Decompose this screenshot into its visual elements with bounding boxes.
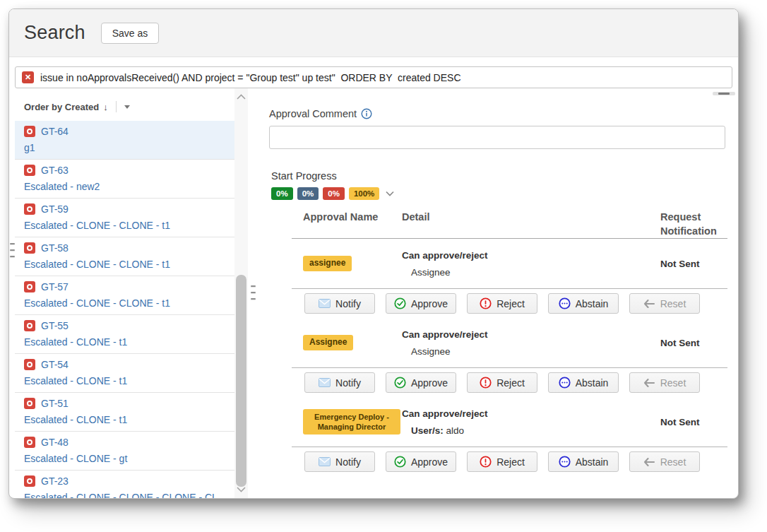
issue-list-item[interactable]: GT-63 Escalated - new2	[15, 160, 234, 199]
notify-button[interactable]: Notify	[304, 451, 375, 472]
approval-actions-row: Notify Approve Reject Abstain Reset	[292, 289, 727, 318]
issue-key: GT-59	[41, 203, 69, 215]
approval-actions-row: Notify Approve Reject Abstain Reset	[292, 447, 727, 476]
issue-list-item[interactable]: GT-55 Escalated - CLONE - t1	[15, 315, 234, 354]
sidebar-scrollbar[interactable]	[234, 88, 248, 498]
panel-scroll-indicator[interactable]	[713, 92, 735, 95]
approval-comment-input[interactable]	[269, 126, 725, 149]
table-header-row: Approval Name Detail Request Notificatio…	[292, 210, 727, 239]
progress-badge-red: 0%	[323, 187, 345, 200]
scroll-up-icon[interactable]	[237, 94, 246, 100]
order-by-control[interactable]: Order by Created ↓	[15, 88, 234, 121]
issue-list-item[interactable]: GT-51 Escalated - CLONE - t1	[15, 393, 234, 432]
approve-button[interactable]: Approve	[386, 372, 456, 393]
notification-status: Not Sent	[656, 338, 727, 348]
issue-key: GT-51	[41, 398, 69, 409]
abstain-button[interactable]: Abstain	[548, 293, 619, 314]
issue-key: GT-23	[41, 475, 69, 487]
divider	[116, 101, 117, 112]
issue-type-bug-icon	[24, 320, 35, 331]
abstain-button[interactable]: Abstain	[548, 451, 619, 472]
detail-value: aldo	[446, 425, 465, 436]
reject-button[interactable]: Reject	[467, 451, 537, 472]
issue-list-item[interactable]: GT-23 Escalated - CLONE - CLONE - CLONE …	[15, 471, 234, 498]
approve-button[interactable]: Approve	[386, 293, 456, 314]
issue-key: GT-48	[41, 437, 69, 448]
notify-button[interactable]: Notify	[304, 372, 375, 393]
detail-value: Assignee	[411, 267, 451, 278]
issue-list-item[interactable]: GT-64 g1	[15, 121, 234, 160]
issue-list-panel: Order by Created ↓ GT-64 g1 GT-63 Escala…	[15, 88, 234, 498]
info-icon[interactable]	[361, 108, 372, 119]
issue-type-bug-icon	[24, 475, 35, 487]
notification-status: Not Sent	[656, 259, 727, 269]
page-title: Search	[24, 22, 85, 44]
issue-type-bug-icon	[24, 359, 35, 370]
detail-value: Assignee	[411, 346, 451, 357]
issue-list-item[interactable]: GT-48 Escalated - CLONE - gt	[15, 432, 234, 471]
issue-summary: Escalated - CLONE - CLONE - CLONE - CL..…	[24, 492, 227, 498]
issue-key: GT-55	[41, 320, 69, 331]
reset-button: Reset	[629, 372, 700, 393]
approval-row: assignee Can approve/reject Assignee Not…	[292, 239, 727, 288]
issue-list-item[interactable]: GT-58 Escalated - CLONE - CLONE - t1	[15, 237, 234, 276]
scrollbar-thumb[interactable]	[236, 275, 246, 487]
scroll-down-icon[interactable]	[237, 487, 246, 492]
issue-summary: Escalated - CLONE - gt	[24, 453, 227, 464]
reject-button[interactable]: Reject	[467, 293, 537, 314]
issue-type-bug-icon	[24, 242, 35, 254]
issue-list-item[interactable]: GT-54 Escalated - CLONE - t1	[15, 354, 234, 393]
approvals-table: Approval Name Detail Request Notificatio…	[292, 210, 727, 476]
issue-type-bug-icon	[24, 281, 35, 292]
approval-row: Assignee Can approve/reject Assignee Not…	[292, 318, 727, 367]
detail-title: Can approve/reject	[402, 329, 656, 340]
issue-key: GT-54	[41, 359, 69, 370]
issue-type-bug-icon	[24, 203, 35, 215]
progress-summary: 0% 0% 0% 100%	[271, 187, 394, 200]
chevron-down-icon[interactable]	[124, 105, 130, 109]
issue-key: GT-58	[41, 242, 69, 254]
issue-key: GT-57	[41, 281, 69, 292]
col-request-notification: Request Notification	[656, 210, 727, 238]
approval-name-badge: assignee	[303, 256, 352, 271]
issue-summary: Escalated - CLONE - CLONE - t1	[24, 220, 227, 231]
jql-search-input[interactable]: ✕ issue in noApprovalsReceived() AND pro…	[15, 66, 732, 88]
issue-type-bug-icon	[24, 165, 35, 176]
approval-actions-row: Notify Approve Reject Abstain Reset	[292, 368, 727, 397]
reset-button: Reset	[629, 451, 700, 472]
detail-label: User/s:	[411, 425, 444, 436]
order-by-label: Order by Created	[24, 102, 99, 112]
col-approval-name: Approval Name	[303, 210, 402, 238]
issue-list-item[interactable]: GT-59 Escalated - CLONE - CLONE - t1	[15, 199, 234, 237]
chevron-down-icon[interactable]	[386, 191, 394, 196]
query-error-icon: ✕	[22, 71, 34, 83]
issue-type-bug-icon	[24, 126, 35, 137]
reject-button[interactable]: Reject	[467, 372, 537, 393]
approve-button[interactable]: Approve	[386, 451, 456, 472]
approval-comment-label: Approval Comment	[269, 108, 372, 119]
save-as-button[interactable]: Save as	[101, 23, 160, 44]
detail-title: Can approve/reject	[402, 250, 656, 261]
issue-summary: Escalated - CLONE - t1	[24, 375, 227, 386]
start-progress-label: Start Progress	[271, 170, 337, 182]
approval-row: Emergency Deploy - Managing Director Can…	[292, 397, 727, 447]
page-header: Search Save as	[9, 9, 738, 57]
progress-badge-yellow: 100%	[349, 187, 379, 200]
issue-summary: Escalated - CLONE - CLONE - t1	[24, 259, 227, 270]
issue-summary: Escalated - CLONE - t1	[24, 414, 227, 425]
issue-summary: g1	[24, 142, 227, 153]
panel-resize-handle[interactable]	[10, 243, 15, 257]
panel-resize-handle[interactable]	[251, 285, 256, 300]
issue-key: GT-64	[41, 126, 69, 137]
detail-title: Can approve/reject	[402, 408, 656, 419]
issue-list-item[interactable]: GT-57 Escalated - CLONE - CLONE - t1	[15, 276, 234, 315]
issue-summary: Escalated - CLONE - t1	[24, 336, 227, 348]
sort-direction-icon[interactable]: ↓	[103, 102, 108, 112]
search-window: Search Save as ✕ issue in noApprovalsRec…	[8, 8, 739, 499]
approval-name-badge: Assignee	[303, 335, 353, 350]
issue-summary: Escalated - CLONE - CLONE - t1	[24, 297, 227, 309]
abstain-button[interactable]: Abstain	[548, 372, 619, 393]
approval-name-badge: Emergency Deploy - Managing Director	[303, 409, 400, 435]
issue-key: GT-63	[41, 165, 69, 176]
notify-button[interactable]: Notify	[304, 293, 375, 314]
